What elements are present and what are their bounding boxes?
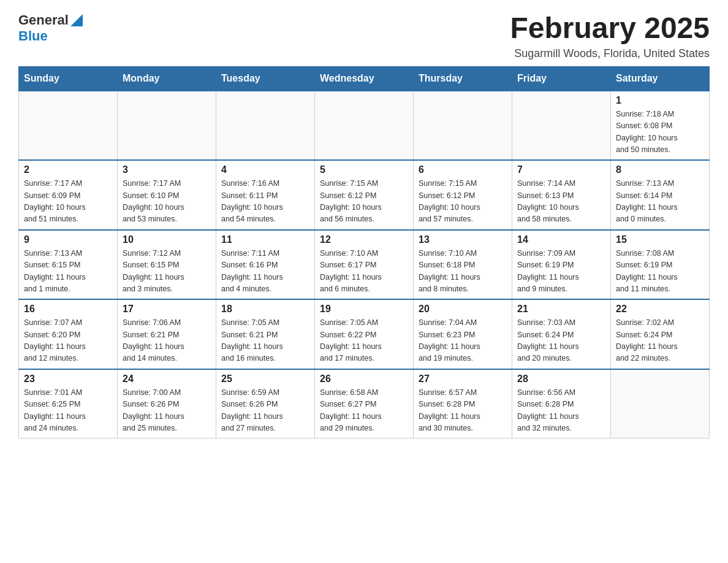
calendar-header-row: SundayMondayTuesdayWednesdayThursdayFrid… (19, 66, 710, 91)
day-info: Sunrise: 7:14 AM Sunset: 6:13 PM Dayligh… (517, 178, 605, 226)
day-number: 22 (616, 304, 704, 315)
day-number: 6 (419, 164, 507, 175)
calendar-cell: 26Sunrise: 6:58 AM Sunset: 6:27 PM Dayli… (315, 369, 414, 439)
day-number: 2 (24, 164, 112, 175)
day-info: Sunrise: 6:56 AM Sunset: 6:28 PM Dayligh… (517, 387, 605, 435)
day-number: 17 (123, 304, 211, 315)
calendar-cell: 28Sunrise: 6:56 AM Sunset: 6:28 PM Dayli… (512, 369, 611, 439)
calendar-week-row: 16Sunrise: 7:07 AM Sunset: 6:20 PM Dayli… (19, 299, 710, 369)
day-info: Sunrise: 7:05 AM Sunset: 6:21 PM Dayligh… (221, 317, 309, 365)
day-number: 15 (616, 234, 704, 245)
calendar-table: SundayMondayTuesdayWednesdayThursdayFrid… (18, 66, 710, 439)
day-number: 28 (517, 373, 605, 385)
day-info: Sunrise: 7:06 AM Sunset: 6:21 PM Dayligh… (123, 317, 211, 365)
calendar-cell: 6Sunrise: 7:15 AM Sunset: 6:12 PM Daylig… (414, 160, 512, 230)
day-number: 12 (320, 234, 408, 245)
day-number: 14 (517, 234, 605, 245)
calendar-cell: 13Sunrise: 7:10 AM Sunset: 6:18 PM Dayli… (414, 230, 512, 300)
calendar-cell: 12Sunrise: 7:10 AM Sunset: 6:17 PM Dayli… (315, 230, 414, 300)
calendar-cell: 7Sunrise: 7:14 AM Sunset: 6:13 PM Daylig… (512, 160, 611, 230)
day-number: 3 (123, 164, 211, 175)
day-info: Sunrise: 7:00 AM Sunset: 6:26 PM Dayligh… (123, 387, 211, 435)
logo-blue: Blue (18, 28, 48, 44)
day-of-week-header: Friday (512, 66, 611, 91)
day-info: Sunrise: 7:07 AM Sunset: 6:20 PM Dayligh… (24, 317, 112, 365)
day-info: Sunrise: 6:58 AM Sunset: 6:27 PM Dayligh… (320, 387, 408, 435)
calendar-cell: 20Sunrise: 7:04 AM Sunset: 6:23 PM Dayli… (414, 299, 512, 369)
calendar-cell: 1Sunrise: 7:18 AM Sunset: 6:08 PM Daylig… (611, 91, 710, 161)
logo: General Blue (18, 12, 83, 44)
day-info: Sunrise: 7:17 AM Sunset: 6:10 PM Dayligh… (123, 178, 211, 226)
calendar-cell: 17Sunrise: 7:06 AM Sunset: 6:21 PM Dayli… (118, 299, 216, 369)
day-info: Sunrise: 7:15 AM Sunset: 6:12 PM Dayligh… (419, 178, 507, 226)
calendar-cell: 15Sunrise: 7:08 AM Sunset: 6:19 PM Dayli… (611, 230, 710, 300)
day-info: Sunrise: 7:08 AM Sunset: 6:19 PM Dayligh… (616, 248, 704, 296)
calendar-cell: 3Sunrise: 7:17 AM Sunset: 6:10 PM Daylig… (118, 160, 216, 230)
month-title: February 2025 (510, 12, 710, 45)
calendar-cell: 16Sunrise: 7:07 AM Sunset: 6:20 PM Dayli… (19, 299, 118, 369)
calendar-cell (216, 91, 315, 161)
calendar-week-row: 2Sunrise: 7:17 AM Sunset: 6:09 PM Daylig… (19, 160, 710, 230)
calendar-cell (118, 91, 216, 161)
day-number: 21 (517, 304, 605, 315)
calendar-cell: 22Sunrise: 7:02 AM Sunset: 6:24 PM Dayli… (611, 299, 710, 369)
day-number: 11 (221, 234, 309, 245)
day-info: Sunrise: 7:16 AM Sunset: 6:11 PM Dayligh… (221, 178, 309, 226)
logo-general: General (18, 12, 69, 28)
day-number: 26 (320, 373, 408, 385)
day-info: Sunrise: 7:13 AM Sunset: 6:14 PM Dayligh… (616, 178, 704, 226)
header-right: February 2025 Sugarmill Woods, Florida, … (510, 12, 710, 60)
calendar-cell: 5Sunrise: 7:15 AM Sunset: 6:12 PM Daylig… (315, 160, 414, 230)
day-number: 25 (221, 373, 309, 385)
day-of-week-header: Saturday (611, 66, 710, 91)
calendar-cell (611, 369, 710, 439)
logo-triangle-icon (70, 14, 83, 26)
day-of-week-header: Wednesday (315, 66, 414, 91)
day-number: 10 (123, 234, 211, 245)
calendar-cell (512, 91, 611, 161)
day-number: 19 (320, 304, 408, 315)
day-number: 24 (123, 373, 211, 385)
day-info: Sunrise: 7:15 AM Sunset: 6:12 PM Dayligh… (320, 178, 408, 226)
day-info: Sunrise: 6:57 AM Sunset: 6:28 PM Dayligh… (419, 387, 507, 435)
day-of-week-header: Thursday (414, 66, 512, 91)
day-number: 5 (320, 164, 408, 175)
calendar-cell: 14Sunrise: 7:09 AM Sunset: 6:19 PM Dayli… (512, 230, 611, 300)
day-of-week-header: Sunday (19, 66, 118, 91)
calendar-cell: 18Sunrise: 7:05 AM Sunset: 6:21 PM Dayli… (216, 299, 315, 369)
day-info: Sunrise: 7:02 AM Sunset: 6:24 PM Dayligh… (616, 317, 704, 365)
calendar-cell: 9Sunrise: 7:13 AM Sunset: 6:15 PM Daylig… (19, 230, 118, 300)
day-info: Sunrise: 7:10 AM Sunset: 6:18 PM Dayligh… (419, 248, 507, 296)
calendar-cell: 23Sunrise: 7:01 AM Sunset: 6:25 PM Dayli… (19, 369, 118, 439)
calendar-cell: 4Sunrise: 7:16 AM Sunset: 6:11 PM Daylig… (216, 160, 315, 230)
calendar-cell (315, 91, 414, 161)
day-of-week-header: Monday (118, 66, 216, 91)
day-info: Sunrise: 7:03 AM Sunset: 6:24 PM Dayligh… (517, 317, 605, 365)
day-info: Sunrise: 7:13 AM Sunset: 6:15 PM Dayligh… (24, 248, 112, 296)
calendar-cell: 25Sunrise: 6:59 AM Sunset: 6:26 PM Dayli… (216, 369, 315, 439)
page-header: General Blue February 2025 Sugarmill Woo… (18, 12, 710, 60)
calendar-cell: 10Sunrise: 7:12 AM Sunset: 6:15 PM Dayli… (118, 230, 216, 300)
day-number: 27 (419, 373, 507, 385)
day-number: 16 (24, 304, 112, 315)
day-info: Sunrise: 7:05 AM Sunset: 6:22 PM Dayligh… (320, 317, 408, 365)
day-number: 18 (221, 304, 309, 315)
calendar-cell: 2Sunrise: 7:17 AM Sunset: 6:09 PM Daylig… (19, 160, 118, 230)
day-number: 23 (24, 373, 112, 385)
day-number: 7 (517, 164, 605, 175)
day-info: Sunrise: 7:04 AM Sunset: 6:23 PM Dayligh… (419, 317, 507, 365)
calendar-cell: 8Sunrise: 7:13 AM Sunset: 6:14 PM Daylig… (611, 160, 710, 230)
day-number: 9 (24, 234, 112, 245)
calendar-cell: 19Sunrise: 7:05 AM Sunset: 6:22 PM Dayli… (315, 299, 414, 369)
day-of-week-header: Tuesday (216, 66, 315, 91)
day-info: Sunrise: 7:12 AM Sunset: 6:15 PM Dayligh… (123, 248, 211, 296)
calendar-cell (414, 91, 512, 161)
calendar-cell (19, 91, 118, 161)
day-info: Sunrise: 7:17 AM Sunset: 6:09 PM Dayligh… (24, 178, 112, 226)
calendar-week-row: 1Sunrise: 7:18 AM Sunset: 6:08 PM Daylig… (19, 91, 710, 161)
day-info: Sunrise: 7:01 AM Sunset: 6:25 PM Dayligh… (24, 387, 112, 435)
calendar-week-row: 9Sunrise: 7:13 AM Sunset: 6:15 PM Daylig… (19, 230, 710, 300)
day-number: 4 (221, 164, 309, 175)
calendar-cell: 21Sunrise: 7:03 AM Sunset: 6:24 PM Dayli… (512, 299, 611, 369)
day-number: 1 (616, 95, 704, 106)
